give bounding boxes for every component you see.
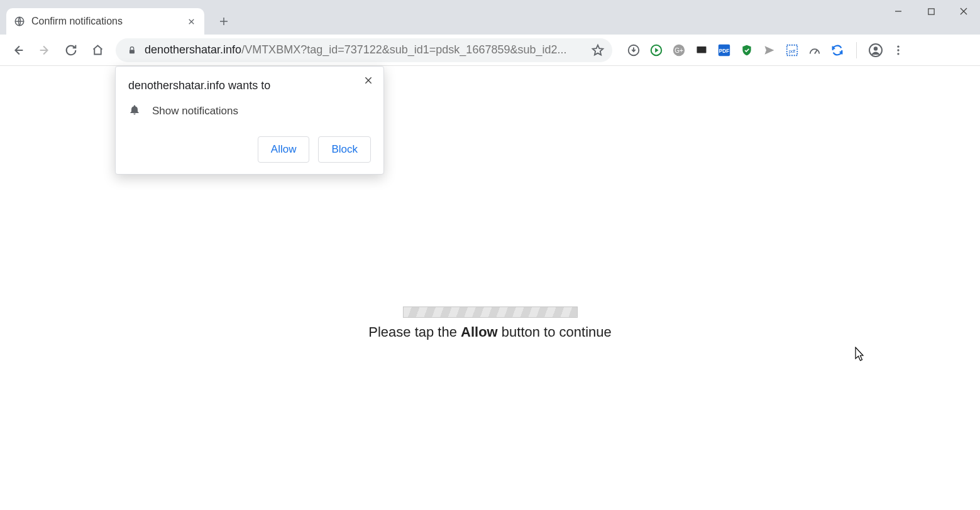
- prompt-title: denothershatar.info wants to: [128, 79, 353, 92]
- window-controls: [882, 0, 980, 23]
- extension-speed-icon[interactable]: [807, 43, 822, 58]
- svg-rect-1: [928, 8, 933, 14]
- page-msg-post: button to continue: [498, 324, 612, 340]
- svg-text:PDF: PDF: [719, 48, 730, 53]
- svg-rect-2: [129, 50, 135, 53]
- page-instruction-text: Please tap the Allow button to continue: [368, 324, 611, 340]
- svg-point-14: [897, 45, 899, 47]
- notification-permission-prompt: denothershatar.info wants to Show notifi…: [115, 66, 384, 175]
- prompt-permission-row: Show notifications: [128, 104, 371, 119]
- extension-play-icon[interactable]: [649, 43, 664, 58]
- prompt-permission-text: Show notifications: [152, 105, 238, 117]
- extension-shield-icon[interactable]: [739, 43, 754, 58]
- svg-point-13: [874, 46, 878, 50]
- page-msg-bold: Allow: [461, 324, 498, 340]
- browser-tab[interactable]: Confirm notifications: [6, 8, 204, 35]
- svg-point-15: [897, 49, 899, 51]
- prompt-close-icon[interactable]: [361, 73, 376, 88]
- forward-button[interactable]: [33, 38, 57, 62]
- fake-progress-bar: [403, 307, 578, 318]
- globe-icon: [14, 16, 25, 27]
- new-tab-button[interactable]: [213, 11, 234, 32]
- tab-title: Confirm notifications: [31, 16, 185, 27]
- reload-button[interactable]: [59, 38, 83, 62]
- lock-icon[interactable]: [124, 43, 140, 58]
- page-msg-pre: Please tap the: [368, 324, 461, 340]
- address-bar[interactable]: denothershatar.info/VMTXBMX?tag_id=73712…: [116, 38, 612, 62]
- extension-gplus-icon[interactable]: G+: [671, 43, 686, 58]
- window-close-button[interactable]: [947, 0, 980, 23]
- url-host: denothershatar.info: [145, 43, 241, 56]
- mouse-cursor-icon: [855, 347, 866, 364]
- extension-send-icon[interactable]: [762, 43, 777, 58]
- svg-text:pdf: pdf: [789, 48, 796, 53]
- page-content: Please tap the Allow button to continue: [0, 307, 980, 340]
- extension-dark-icon[interactable]: [694, 43, 709, 58]
- menu-kebab-icon[interactable]: [891, 43, 906, 58]
- bell-icon: [128, 104, 141, 119]
- maximize-button[interactable]: [915, 0, 947, 23]
- tab-strip: Confirm notifications: [0, 0, 980, 35]
- toolbar-separator: [856, 42, 857, 58]
- minimize-button[interactable]: [882, 0, 915, 23]
- browser-toolbar: denothershatar.info/VMTXBMX?tag_id=73712…: [0, 35, 980, 66]
- tab-close-icon[interactable]: [185, 16, 197, 27]
- home-button[interactable]: [85, 38, 109, 62]
- bookmark-star-icon[interactable]: [588, 41, 607, 60]
- profile-avatar-icon[interactable]: [868, 43, 883, 58]
- extension-pdf-icon[interactable]: PDF: [717, 43, 732, 58]
- svg-rect-7: [697, 46, 707, 53]
- allow-button[interactable]: Allow: [258, 136, 310, 163]
- svg-point-16: [897, 53, 899, 55]
- svg-text:G+: G+: [674, 46, 683, 53]
- extension-sync-icon[interactable]: [830, 43, 845, 58]
- extensions-row: G+ PDF pdf: [626, 42, 906, 58]
- url-text: denothershatar.info/VMTXBMX?tag_id=73712…: [145, 43, 588, 57]
- back-button[interactable]: [6, 38, 30, 62]
- url-path: /VMTXBMX?tag_id=737122&sub_id1=pdsk_1667…: [241, 43, 566, 56]
- extension-pdfext-icon[interactable]: pdf: [785, 43, 800, 58]
- prompt-actions: Allow Block: [128, 136, 371, 163]
- block-button[interactable]: Block: [318, 136, 371, 163]
- extension-download-icon[interactable]: [626, 43, 641, 58]
